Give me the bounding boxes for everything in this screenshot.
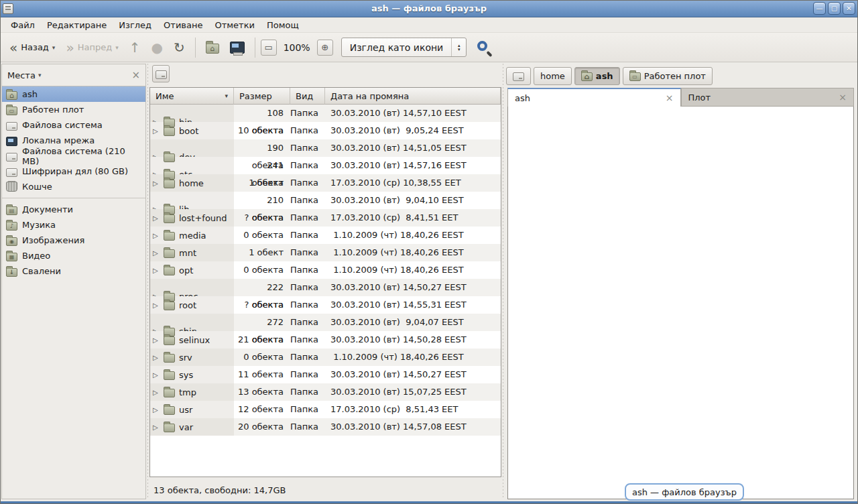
tab-close-icon[interactable]: × [839,92,847,103]
close-button[interactable]: ✕ [843,2,855,15]
tree-row[interactable]: ▷ mnt 1 обект Папка 1.10.2009 (чт) 18,40… [150,244,501,261]
place-label: ash [22,89,38,99]
row-size: 13 обекта [234,383,290,401]
sidebar-title-chevron-icon[interactable]: ▾ [38,72,42,78]
tree-row[interactable]: ▷ selinux 21 обекта Папка 30.03.2010 (вт… [150,331,501,349]
sidebar-place-item[interactable]: Кошче [2,179,145,194]
sidebar-place-item[interactable]: Свалени [2,263,145,279]
tree-row[interactable]: ▷ media 0 обекта Папка 1.10.2009 (чт) 18… [150,227,501,244]
back-history-chevron-icon[interactable]: ▾ [52,44,56,51]
tab-ash[interactable]: ash × [507,88,681,107]
menu-item[interactable]: Изглед [113,18,158,32]
tree-row[interactable]: ▷ lost+found ? обекта Папка 17.03.2010 (… [150,209,501,227]
tree-row[interactable]: ▷ var 20 обекта Папка 30.03.2010 (вт) 14… [150,418,501,436]
path-home-button[interactable]: home [534,67,572,85]
menu-item[interactable]: Файл [5,18,41,32]
expander-icon[interactable]: ▷ [153,336,160,344]
path-desktop-button[interactable]: Работен плот [623,67,713,85]
sidebar-place-item[interactable]: ash [2,86,145,102]
tree-row[interactable]: ▷ etc 241 обекта Папка 30.03.2010 (вт) 1… [150,157,501,174]
row-type: Папка [290,366,325,383]
expander-icon[interactable]: ▷ [153,354,160,361]
sidebar-place-item[interactable]: Музика [2,217,145,233]
place-icon [6,122,17,131]
expander-icon[interactable]: ▷ [153,424,160,431]
path-current-button[interactable]: ash [574,67,620,85]
expander-icon[interactable]: ▷ [153,180,160,187]
tree-row[interactable]: ▷ bin 108 обекта Папка 30.03.2010 (вт) 1… [150,105,501,122]
expander-icon[interactable]: ▷ [153,371,160,379]
menu-item[interactable]: Помощ [261,18,305,32]
row-name: home [179,178,204,188]
sidebar-place-item[interactable]: Изображения [2,233,145,248]
up-button[interactable]: ↑ [125,39,145,56]
menu-item[interactable]: Редактиране [41,18,113,32]
tab-close-icon[interactable]: × [666,92,674,103]
tree-row[interactable]: ▷ sys 11 обекта Папка 30.03.2010 (вт) 14… [150,366,501,383]
tree-row[interactable]: ▷ tmp 13 обекта Папка 30.03.2010 (вт) 15… [150,383,501,401]
minimize-button[interactable]: — [813,2,826,15]
sidebar-close-icon[interactable]: × [131,69,140,81]
tree-row[interactable]: ▷ sbin 272 обекта Папка 30.03.2010 (вт) … [150,314,501,331]
zoom-out-button[interactable]: ▭ [261,40,277,56]
stop-button[interactable]: ● [146,39,167,56]
row-name: lost+found [179,213,227,223]
view-mode-spinner-icon[interactable]: ▴▾ [451,38,466,56]
status-text: 13 обекта, свободни: 14,7GB [154,485,286,495]
sidebar-place-item[interactable]: Работен плот [2,102,145,117]
tab-plot[interactable]: Плот × [681,88,855,107]
up-icon: ↑ [129,42,141,54]
taskbar-window-button[interactable]: ash — файлов браузър [625,483,744,501]
maximize-button[interactable]: ▢ [828,2,841,15]
view-mode-select[interactable]: Изглед като икони ▴▾ [341,38,467,57]
menu-item[interactable]: Отметки [208,18,260,32]
computer-button[interactable] [225,39,249,56]
expander-icon[interactable]: ▷ [153,249,160,257]
sidebar-place-item[interactable]: Шифриран дял (80 GB) [2,164,145,179]
back-button[interactable]: « Назад ▾ [5,39,60,56]
reload-button[interactable]: ↻ [169,39,190,56]
expander-icon[interactable]: ▷ [153,127,160,135]
row-type: Папка [290,122,325,139]
sidebar-title[interactable]: Места [7,70,36,80]
tree-row[interactable]: ▷ srv 0 обекта Папка 1.10.2009 (чт) 18,4… [150,349,501,366]
tree-row[interactable]: ▷ boot 10 обекта Папка 30.03.2010 (вт) 9… [150,122,501,139]
tree-row[interactable]: ▷ home 1 обект Папка 17.03.2010 (ср) 10,… [150,174,501,192]
expander-icon[interactable]: ▷ [153,302,160,309]
column-header-name[interactable]: Име▾ [150,88,234,105]
tree-row[interactable]: ▷ opt 0 обекта Папка 1.10.2009 (чт) 18,4… [150,261,501,279]
column-header-size[interactable]: Размер [234,88,290,105]
expander-icon[interactable]: ▷ [153,232,160,239]
menu-item[interactable]: Отиване [158,18,208,32]
row-size: 1 обект [234,174,290,192]
root-path-button[interactable] [152,65,170,82]
home-button[interactable] [201,38,224,56]
icon-view[interactable] [507,107,854,499]
column-header-modified[interactable]: Дата на промяна [325,88,501,105]
path-root-button[interactable] [506,67,531,85]
search-icon[interactable] [477,41,487,51]
column-header-type[interactable]: Вид [290,88,325,105]
tree-row[interactable]: ▷ dev 190 обекта Папка 30.03.2010 (вт) 1… [150,139,501,157]
forward-button[interactable]: » Напред ▾ [61,39,123,56]
row-type: Папка [290,383,325,401]
sidebar-place-item[interactable]: Видео [2,248,145,263]
row-type: Папка [290,401,325,418]
tree-row[interactable]: ▷ proc 222 обекта Папка 30.03.2010 (вт) … [150,279,501,296]
sidebar-place-item[interactable]: Файлова система [2,117,145,133]
expander-icon[interactable]: ▷ [153,389,160,396]
tree-row[interactable]: ▷ usr 12 обекта Папка 17.03.2010 (ср) 8,… [150,401,501,418]
tree-row[interactable]: ▷ lib 210 обекта Папка 30.03.2010 (вт) 9… [150,192,501,209]
sidebar-place-item[interactable]: Файлова система (210 MB) [2,148,145,164]
zoom-in-button[interactable]: ⊕ [317,40,333,56]
toolbar: « Назад ▾ » Напред ▾ ↑ ● ↻ ▭ 100% ⊕ Изгл… [1,33,857,62]
row-size: 20 обекта [234,418,290,436]
zoom-level: 100% [278,42,316,53]
expander-icon[interactable]: ▷ [153,267,160,274]
expander-icon[interactable]: ▷ [153,214,160,222]
place-icon [6,182,17,192]
sidebar-place-item[interactable]: Документи [2,202,145,217]
tree-row[interactable]: ▷ root ? обекта Папка 30.03.2010 (вт) 14… [150,296,501,314]
folder-icon [164,424,175,432]
expander-icon[interactable]: ▷ [153,406,160,414]
